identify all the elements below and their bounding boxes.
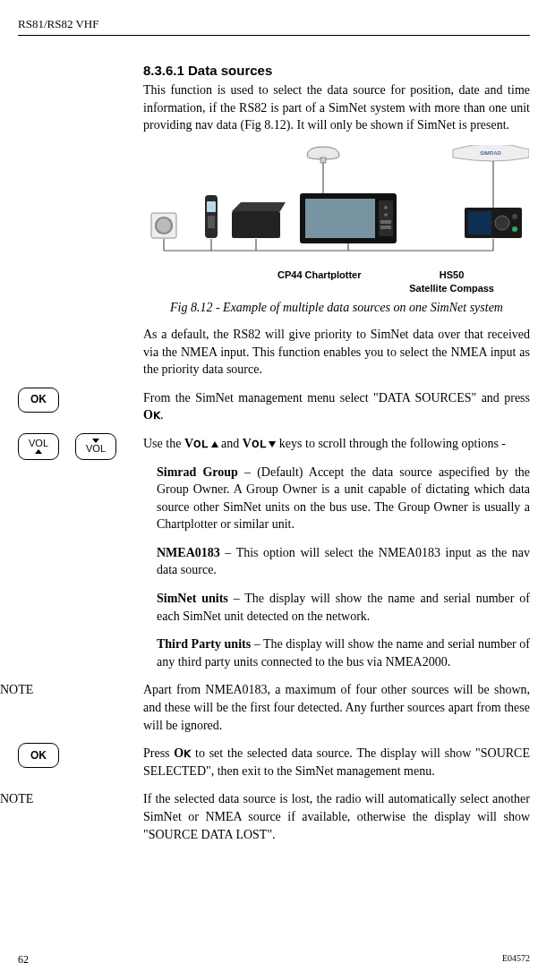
note-label: NOTE [0,790,33,808]
vol-up-button-icon: VOL [18,433,59,460]
note-1: Apart from NMEA0183, a maximum of four o… [143,681,530,734]
simrad-group-option: Simrad Group – (Default) Accept the data… [157,464,530,533]
svg-rect-11 [207,201,216,212]
note-label: NOTE [0,681,33,699]
intro-paragraph: This function is used to select the data… [143,81,530,134]
svg-point-18 [384,213,388,217]
page-number: 62 [18,952,29,967]
triangle-up-icon [35,449,42,454]
svg-point-17 [384,206,388,209]
hs50-label: HS50 [440,269,465,280]
svg-rect-0 [320,158,326,163]
third-party-option: Third Party units – The display will sho… [157,635,530,670]
svg-rect-12 [208,216,215,228]
nmea-option: NMEA0183 – This option will select the N… [157,544,530,579]
svg-point-24 [495,216,509,230]
default-paragraph: As a default, the RS82 will give priorit… [143,326,530,379]
note-2: If the selected data source is lost, the… [143,790,530,843]
figure-caption: Fig 8.12 - Example of multiple data sour… [143,299,530,317]
simnet-units-option: SimNet units – The display will show the… [157,590,530,625]
doc-number: E04572 [502,952,530,967]
cp44-label: CP44 Chartplotter [278,268,362,296]
svg-point-25 [512,214,517,219]
use-vol-paragraph: Use the Vᴏʟ and Vᴏʟ keys to scroll throu… [143,435,530,453]
svg-rect-20 [380,226,391,229]
svg-rect-15 [305,199,375,238]
press-ok-paragraph: Press Oᴋ to set the selected data source… [143,745,530,780]
ok-button-icon: OK [18,388,59,413]
section-title: 8.3.6.1 Data sources [143,61,530,80]
ok-button-icon: OK [18,743,59,768]
simrad-label: SIMRAD [480,150,501,156]
page-header: RS81/RS82 VHF [18,16,530,36]
triangle-up-icon [211,441,218,447]
svg-rect-23 [468,211,491,234]
svg-rect-19 [380,220,391,224]
system-diagram: SIMRAD CP44 Chartplotter HS50 Satellite … [143,145,530,295]
svg-rect-13 [232,211,280,238]
svg-point-9 [156,217,172,234]
vol-down-button-icon: VOL [75,433,116,460]
svg-point-26 [512,226,517,232]
hs50-sublabel: Satellite Compass [409,283,494,294]
from-simnet-paragraph: From the SimNet management menu select "… [143,389,530,424]
